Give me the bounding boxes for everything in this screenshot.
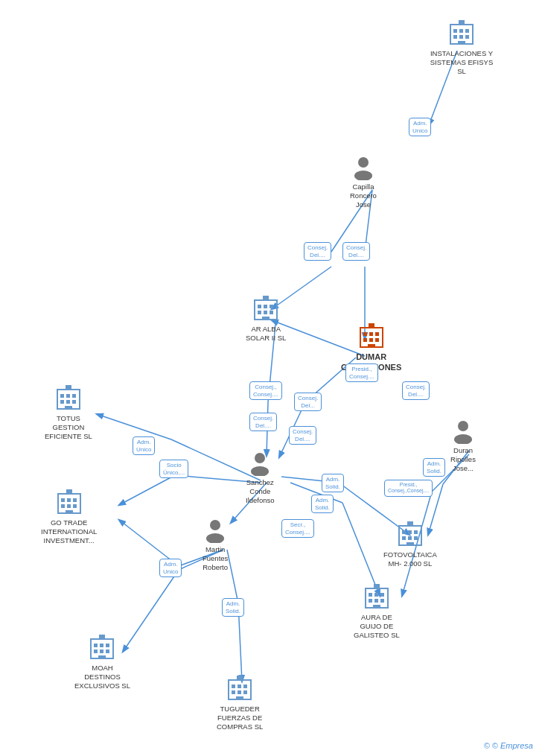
svg-rect-112	[243, 684, 247, 688]
svg-rect-97	[380, 599, 384, 603]
svg-rect-106	[106, 649, 109, 653]
node-aralba: AR ALBASOLAR II SL	[246, 294, 286, 343]
svg-rect-102	[100, 644, 103, 647]
building-icon-moah	[88, 633, 116, 661]
svg-rect-42	[264, 305, 267, 308]
svg-rect-103	[106, 644, 109, 647]
diagram: INSTALACIONES Y SISTEMAS EFISYS SL Adm.U…	[0, 0, 542, 756]
svg-rect-43	[270, 305, 273, 308]
svg-point-38	[358, 157, 369, 168]
svg-rect-108	[99, 635, 105, 640]
svg-rect-37	[459, 20, 465, 25]
svg-rect-32	[465, 29, 469, 33]
badge-secr-consej: Secr.,Consej....	[281, 519, 314, 538]
svg-rect-74	[67, 504, 71, 508]
svg-rect-30	[453, 29, 457, 33]
person-icon-capilla	[351, 155, 376, 180]
svg-rect-86	[402, 536, 406, 540]
svg-rect-47	[262, 317, 270, 320]
svg-rect-87	[408, 536, 412, 540]
building-icon-totus	[54, 384, 83, 412]
svg-rect-72	[73, 498, 77, 502]
svg-point-78	[458, 421, 468, 431]
svg-rect-70	[61, 498, 65, 502]
svg-rect-76	[66, 510, 73, 513]
svg-rect-60	[66, 394, 70, 398]
svg-rect-41	[258, 305, 261, 308]
svg-rect-93	[374, 593, 378, 597]
svg-rect-104	[94, 649, 98, 653]
building-icon-dumar	[357, 322, 386, 350]
svg-rect-66	[66, 385, 71, 390]
badge-adm-solid-sanchez-1: Adm.Solid.	[322, 474, 344, 492]
svg-rect-73	[61, 504, 65, 508]
badge-consej-consej-1: Consej.,Consej....	[249, 381, 282, 400]
svg-rect-90	[407, 521, 413, 527]
svg-rect-52	[375, 332, 379, 336]
svg-rect-33	[453, 35, 457, 39]
svg-rect-61	[72, 394, 76, 398]
node-gotrade: GO TRADEINTERNATIONALINVESTMENT...	[41, 488, 97, 545]
svg-rect-35	[465, 35, 469, 39]
building-icon-tugueder	[226, 674, 254, 702]
svg-rect-107	[98, 655, 106, 658]
node-martin: MartinFuentesRoberto	[203, 518, 228, 572]
building-icon-aralba	[252, 294, 280, 323]
svg-rect-88	[414, 536, 418, 540]
badge-consej-del-4: Consej.Del....	[249, 413, 277, 431]
svg-line-13	[123, 570, 179, 652]
svg-rect-92	[369, 593, 372, 597]
svg-rect-54	[369, 338, 373, 342]
node-duran: DuranRipollesJose...	[450, 419, 476, 473]
svg-rect-113	[232, 690, 235, 694]
svg-point-67	[255, 453, 265, 463]
svg-rect-85	[414, 530, 418, 534]
building-icon-fotovoltaica	[396, 520, 424, 548]
svg-rect-63	[66, 400, 70, 404]
svg-rect-34	[459, 35, 463, 39]
person-icon-duran	[450, 419, 476, 444]
svg-rect-114	[237, 690, 241, 694]
svg-rect-62	[60, 400, 64, 404]
svg-rect-56	[368, 344, 375, 347]
svg-rect-96	[374, 599, 378, 603]
svg-rect-116	[236, 696, 243, 699]
svg-line-9	[119, 475, 175, 505]
svg-rect-46	[270, 311, 273, 314]
badge-adm-solid-sanchez-2: Adm.Solid.	[311, 495, 334, 513]
node-instalaciones: INSTALACIONES Y SISTEMAS EFISYS SL	[428, 19, 495, 76]
badge-consej-del-1: Consej.Del....	[304, 242, 331, 261]
badge-adm-unico-totus: Adm.Unico	[133, 436, 155, 455]
person-icon-sanchez	[247, 451, 272, 476]
svg-point-68	[251, 466, 269, 476]
badge-adm-unico-gotrade: Adm.Unico	[159, 559, 182, 577]
svg-rect-75	[73, 504, 77, 508]
svg-rect-117	[237, 676, 243, 681]
svg-rect-50	[363, 332, 367, 336]
node-moah: MOAHDESTINOSEXCLUSIVOS SL	[74, 633, 130, 690]
badge-adm-solid-duran: Adm.Solid.	[423, 458, 445, 477]
badge-consej-del-5: Consej.Del....	[289, 426, 316, 445]
svg-rect-84	[408, 530, 412, 534]
svg-rect-105	[100, 649, 103, 653]
building-icon-instalaciones	[447, 19, 476, 47]
node-tugueder: TUGUEDERFUERZAS DECOMPRAS SL	[217, 674, 263, 731]
svg-rect-77	[66, 489, 72, 495]
node-totus: TOTUSGESTIONEFICIENTE SL	[45, 384, 92, 441]
node-capilla: CapillaRonceroJose	[350, 155, 377, 209]
svg-rect-94	[380, 593, 384, 597]
svg-rect-57	[369, 323, 374, 328]
svg-line-7	[97, 414, 171, 439]
svg-rect-64	[72, 400, 76, 404]
svg-line-14	[227, 550, 238, 603]
svg-rect-83	[402, 530, 406, 534]
badge-socio-unico: SocioÚnico,...	[159, 460, 188, 478]
badge-adm-solid-tugueder: Adm.Solid.	[222, 598, 244, 617]
node-aura: AURA DEGUIJO DEGALISTEO SL	[354, 582, 400, 640]
node-fotovoltaica: FOTOVOLTAICAMH- 2.000 SL	[383, 520, 437, 568]
svg-rect-111	[237, 684, 241, 688]
svg-rect-51	[369, 332, 373, 336]
svg-rect-95	[369, 599, 372, 603]
svg-rect-48	[263, 296, 269, 301]
badge-presid-consej-dumar: Presid.,Consej....	[345, 363, 378, 382]
